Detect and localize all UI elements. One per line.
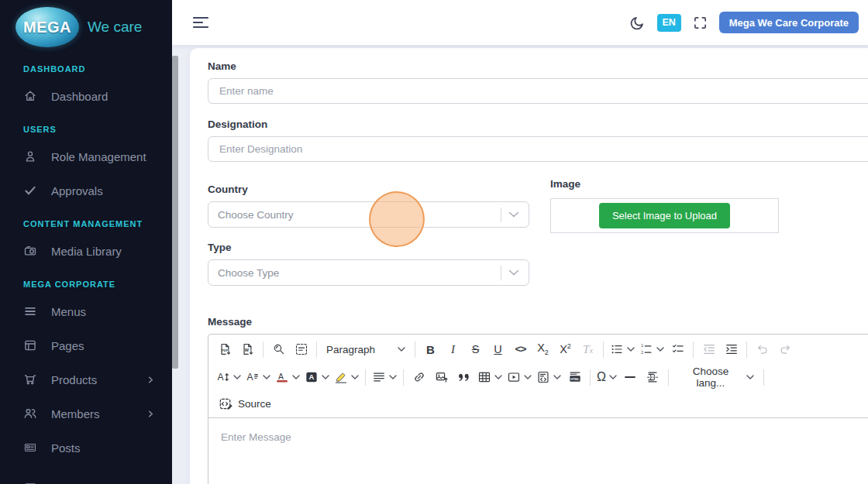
undo-icon bbox=[756, 342, 770, 356]
brand-logo[interactable]: MEGA We care bbox=[0, 0, 172, 54]
select-image-button[interactable]: Select Image to Upload bbox=[599, 203, 730, 228]
sidebar-item-members[interactable]: Members bbox=[0, 396, 172, 431]
export-word-button[interactable]: W bbox=[236, 338, 259, 361]
numbered-list-button[interactable]: 12 bbox=[637, 338, 666, 361]
nav-section: USERSRole ManagementApprovals bbox=[0, 124, 172, 208]
nav-section-header: USERS bbox=[0, 124, 172, 135]
html-embed-button[interactable]: HTML bbox=[563, 366, 586, 389]
logo-text: MEGA bbox=[23, 19, 71, 36]
mega-logo-icon: MEGA bbox=[16, 7, 79, 47]
highlight-button[interactable] bbox=[332, 366, 361, 389]
sidebar-item-role-management[interactable]: Role Management bbox=[0, 139, 172, 173]
svg-text:W: W bbox=[244, 348, 249, 352]
redo-button[interactable] bbox=[773, 338, 796, 361]
type-select[interactable]: Choose Type bbox=[208, 259, 529, 286]
dark-mode-button[interactable] bbox=[628, 13, 647, 33]
underline-button[interactable]: U bbox=[487, 338, 509, 361]
insert-image-button[interactable] bbox=[430, 366, 453, 389]
export-pdf-icon: PDF bbox=[219, 342, 232, 356]
sidebar-item-label: Members bbox=[51, 407, 100, 420]
code-button[interactable]: <> bbox=[509, 338, 532, 361]
strikethrough-button[interactable]: S bbox=[464, 338, 487, 361]
special-characters-button[interactable]: Ω bbox=[594, 366, 619, 389]
text-alignment-button[interactable] bbox=[370, 366, 399, 389]
find-replace-icon bbox=[272, 342, 286, 356]
export-word-icon: W bbox=[241, 342, 255, 356]
image-label: Image bbox=[550, 178, 779, 190]
svg-text:2: 2 bbox=[641, 351, 643, 355]
page-break-button[interactable] bbox=[642, 366, 664, 389]
logo-tagline: We care bbox=[88, 19, 142, 36]
toolbar-separator bbox=[590, 369, 591, 386]
hamburger-menu-button[interactable] bbox=[189, 11, 212, 34]
name-input[interactable] bbox=[208, 78, 868, 104]
find-replace-button[interactable] bbox=[267, 338, 290, 361]
select-divider bbox=[501, 266, 501, 280]
toolbar-row-1: PDFWParagraphBISU<>X2X2Tx12 bbox=[208, 335, 868, 363]
message-placeholder: Enter Message bbox=[221, 431, 291, 443]
nav-section-header: MEGA CORPORATE bbox=[0, 279, 172, 290]
toolbar-separator bbox=[603, 342, 604, 358]
highlight-icon bbox=[334, 370, 348, 384]
country-select[interactable]: Choose Country bbox=[208, 201, 529, 228]
underline-icon: U bbox=[494, 344, 501, 355]
sidebar-item-media-library[interactable]: Media Library bbox=[0, 234, 172, 268]
nav-section: CONTENT MANAGEMENTMedia Library bbox=[0, 218, 172, 268]
image-dropzone[interactable]: Select Image to Upload bbox=[550, 198, 779, 233]
sidebar-item-approvals[interactable]: Approvals bbox=[0, 173, 172, 208]
table-icon bbox=[477, 370, 491, 384]
source-button[interactable]: Source bbox=[214, 393, 276, 415]
fullscreen-button[interactable] bbox=[691, 14, 709, 32]
select-all-button[interactable] bbox=[290, 338, 312, 361]
insert-table-button[interactable] bbox=[475, 366, 505, 389]
camera-icon bbox=[23, 244, 39, 258]
sidebar-item-dashboard[interactable]: Dashboard bbox=[0, 79, 172, 113]
code-block-button[interactable] bbox=[534, 366, 563, 389]
font-size-button[interactable]: A bbox=[214, 366, 243, 389]
sidebar-item-label: Dashboard bbox=[51, 90, 108, 103]
block-quote-button[interactable] bbox=[453, 366, 475, 389]
media-embed-icon bbox=[507, 370, 521, 384]
remove-format-button[interactable]: Tx bbox=[577, 338, 599, 361]
font-family-button[interactable]: A bbox=[243, 366, 273, 389]
font-color-icon: A bbox=[275, 370, 289, 384]
workspace-button[interactable]: Mega We Care Corporate bbox=[719, 12, 859, 33]
page-scrollbar-thumb[interactable] bbox=[172, 56, 178, 369]
home-icon bbox=[23, 89, 39, 103]
bulleted-list-button[interactable] bbox=[608, 338, 637, 361]
nav-section: MEGA CORPORATEMenusPagesProductsMembersP… bbox=[0, 279, 172, 484]
font-color-button[interactable]: A bbox=[273, 366, 302, 389]
font-background-icon: A bbox=[305, 370, 319, 384]
subscript-button[interactable]: X2 bbox=[532, 338, 554, 361]
topbar-actions: EN Mega We Care Corporate bbox=[628, 12, 859, 33]
sidebar-item-products[interactable]: Products bbox=[0, 362, 172, 396]
outdent-button[interactable] bbox=[698, 338, 720, 361]
fullscreen-icon bbox=[693, 15, 708, 30]
message-content-area[interactable]: Enter Message bbox=[208, 418, 868, 484]
superscript-button[interactable]: X2 bbox=[554, 338, 577, 361]
font-background-button[interactable]: A bbox=[302, 366, 332, 389]
language-badge[interactable]: EN bbox=[657, 14, 681, 32]
sidebar-item-label: Pages bbox=[51, 339, 84, 352]
link-button[interactable] bbox=[408, 366, 430, 389]
indent-button[interactable] bbox=[720, 338, 742, 361]
bold-button[interactable]: B bbox=[419, 338, 442, 361]
svg-text:PDF: PDF bbox=[221, 348, 228, 352]
horizontal-line-button[interactable] bbox=[619, 366, 642, 389]
svg-text:A: A bbox=[217, 372, 224, 383]
sidebar-item-more[interactable] bbox=[0, 471, 172, 484]
undo-button[interactable] bbox=[751, 338, 773, 361]
special-characters-icon: Ω bbox=[597, 371, 606, 383]
sidebar-item-posts[interactable]: Posts bbox=[0, 431, 172, 465]
export-pdf-button[interactable]: PDF bbox=[214, 338, 236, 361]
code-block-icon bbox=[536, 370, 550, 384]
text-language-button[interactable]: Choose lang... bbox=[673, 366, 760, 389]
chevron-down-icon bbox=[656, 345, 664, 353]
paragraph-style-button[interactable]: Paragraph bbox=[321, 338, 411, 361]
media-embed-button[interactable] bbox=[505, 366, 534, 389]
sidebar-item-pages[interactable]: Pages bbox=[0, 328, 172, 362]
todo-list-button[interactable] bbox=[666, 338, 689, 361]
sidebar-item-menus[interactable]: Menus bbox=[0, 294, 172, 328]
designation-input[interactable] bbox=[208, 136, 868, 162]
italic-button[interactable]: I bbox=[442, 338, 464, 361]
